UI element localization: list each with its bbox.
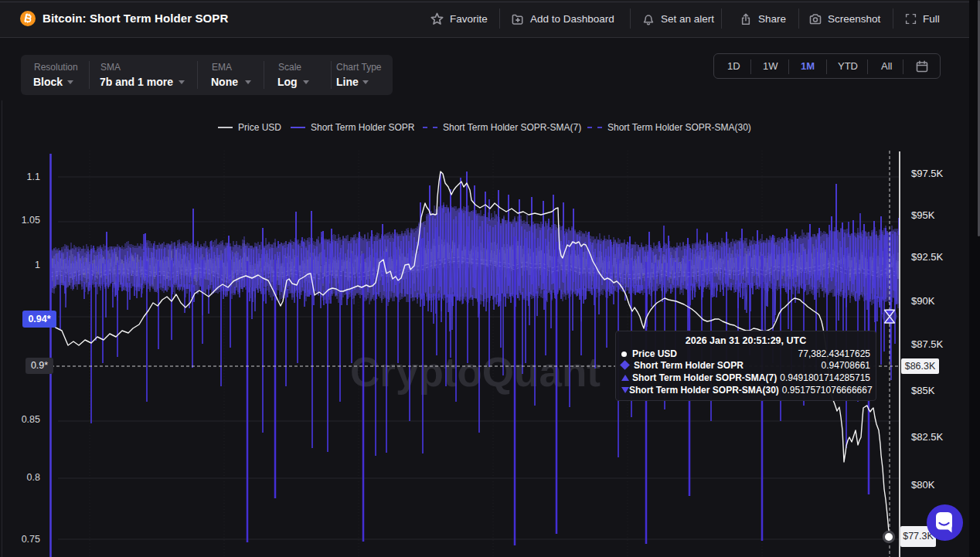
svg-text:CryptoQuant: CryptoQuant xyxy=(350,349,601,395)
